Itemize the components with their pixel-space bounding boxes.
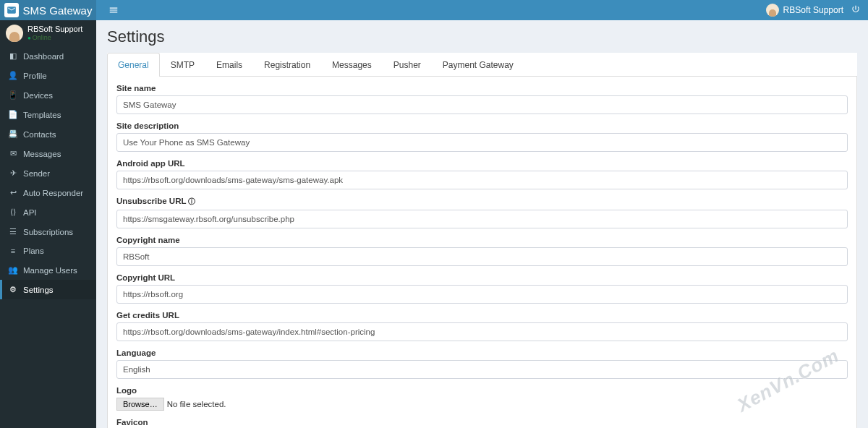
header-user-name: RBSoft Support xyxy=(783,5,843,15)
status-dot-icon: ● xyxy=(27,35,31,41)
tab-panel-general: Site name Site description Android app U… xyxy=(107,77,857,428)
user-icon: 👤 xyxy=(7,71,19,80)
tab-emails[interactable]: Emails xyxy=(205,53,253,77)
sidebar-item-auto-responder[interactable]: ↩Auto Responder xyxy=(0,183,96,202)
avatar xyxy=(766,4,779,17)
settings-tabs: General SMTP Emails Registration Message… xyxy=(107,53,857,77)
label-get-credits-url: Get credits URL xyxy=(116,311,848,320)
file-icon: 📄 xyxy=(7,110,19,119)
copyright-url-input[interactable] xyxy=(116,285,848,304)
label-site-description: Site description xyxy=(116,121,848,130)
page-title: Settings xyxy=(107,27,857,46)
label-favicon: Favicon xyxy=(116,418,848,427)
label-copyright-url: Copyright URL xyxy=(116,273,848,282)
signout-button[interactable] xyxy=(851,4,861,17)
main-header: SMS Gateway RBSoft Support xyxy=(0,0,868,20)
label-unsubscribe-url: Unsubscribe URL ⓘ xyxy=(116,197,848,207)
envelope-icon: ✉ xyxy=(7,149,19,158)
get-credits-url-input[interactable] xyxy=(116,322,848,341)
sidebar-user-panel: RBSoft Support ●Online xyxy=(0,20,96,46)
tab-pusher[interactable]: Pusher xyxy=(383,53,432,77)
list-icon: ≡ xyxy=(7,247,19,255)
sidebar-item-messages[interactable]: ✉Messages xyxy=(0,144,96,163)
logo-file-status: No file selected. xyxy=(167,400,226,408)
site-name-input[interactable] xyxy=(116,95,848,114)
bars-icon xyxy=(109,5,119,15)
avatar xyxy=(6,25,23,42)
sidebar-menu: ◧Dashboard 👤Profile 📱Devices 📄Templates … xyxy=(0,46,96,299)
sidebar-item-templates[interactable]: 📄Templates xyxy=(0,105,96,124)
sidebar-item-dashboard[interactable]: ◧Dashboard xyxy=(0,46,96,66)
paper-plane-icon: ✈ xyxy=(7,168,19,178)
label-logo: Logo xyxy=(116,386,848,395)
label-site-name: Site name xyxy=(116,84,848,93)
sidebar-item-manage-users[interactable]: 👥Manage Users xyxy=(0,260,96,280)
label-copyright-name: Copyright name xyxy=(116,236,848,244)
code-icon: ⟨⟩ xyxy=(7,207,19,217)
site-description-input[interactable] xyxy=(116,133,848,152)
mail-icon xyxy=(4,3,19,17)
sidebar-toggle[interactable] xyxy=(103,0,124,20)
top-navbar: RBSoft Support xyxy=(96,0,868,20)
mobile-icon: 📱 xyxy=(7,90,19,100)
content-wrapper: Settings General SMTP Emails Registratio… xyxy=(96,20,868,428)
rss-icon: ☰ xyxy=(7,227,19,236)
brand-logo[interactable]: SMS Gateway xyxy=(0,0,96,20)
sidebar-item-contacts[interactable]: 📇Contacts xyxy=(0,124,96,144)
sidebar-user-status: ●Online xyxy=(27,34,82,42)
language-select[interactable] xyxy=(116,360,848,379)
sidebar-item-profile[interactable]: 👤Profile xyxy=(0,66,96,85)
logo-browse-button[interactable]: Browse… xyxy=(116,398,164,411)
user-menu[interactable]: RBSoft Support xyxy=(766,4,843,17)
main-sidebar: RBSoft Support ●Online ◧Dashboard 👤Profi… xyxy=(0,20,96,428)
sidebar-user-name: RBSoft Support xyxy=(27,25,82,34)
address-book-icon: 📇 xyxy=(7,129,19,139)
android-app-url-input[interactable] xyxy=(116,171,848,189)
tab-registration[interactable]: Registration xyxy=(253,53,321,77)
label-language: Language xyxy=(116,348,848,357)
tab-payment-gateway[interactable]: Payment Gateway xyxy=(432,53,524,77)
power-icon xyxy=(851,4,861,14)
dashboard-icon: ◧ xyxy=(7,51,19,61)
reply-icon: ↩ xyxy=(7,188,19,197)
gear-icon: ⚙ xyxy=(7,285,19,294)
users-icon: 👥 xyxy=(7,265,19,275)
unsubscribe-url-input[interactable] xyxy=(116,210,848,228)
sidebar-item-settings[interactable]: ⚙Settings xyxy=(0,280,96,299)
label-android-app-url: Android app URL xyxy=(116,159,848,168)
copyright-name-input[interactable] xyxy=(116,247,848,266)
tab-smtp[interactable]: SMTP xyxy=(160,53,205,77)
info-icon[interactable]: ⓘ xyxy=(188,197,195,205)
tab-general[interactable]: General xyxy=(107,53,160,77)
sidebar-item-devices[interactable]: 📱Devices xyxy=(0,85,96,105)
sidebar-item-plans[interactable]: ≡Plans xyxy=(0,241,96,260)
tab-messages[interactable]: Messages xyxy=(321,53,383,77)
sidebar-item-subscriptions[interactable]: ☰Subscriptions xyxy=(0,222,96,241)
sidebar-item-api[interactable]: ⟨⟩API xyxy=(0,202,96,222)
brand-name: SMS Gateway xyxy=(23,4,93,17)
sidebar-item-sender[interactable]: ✈Sender xyxy=(0,163,96,183)
